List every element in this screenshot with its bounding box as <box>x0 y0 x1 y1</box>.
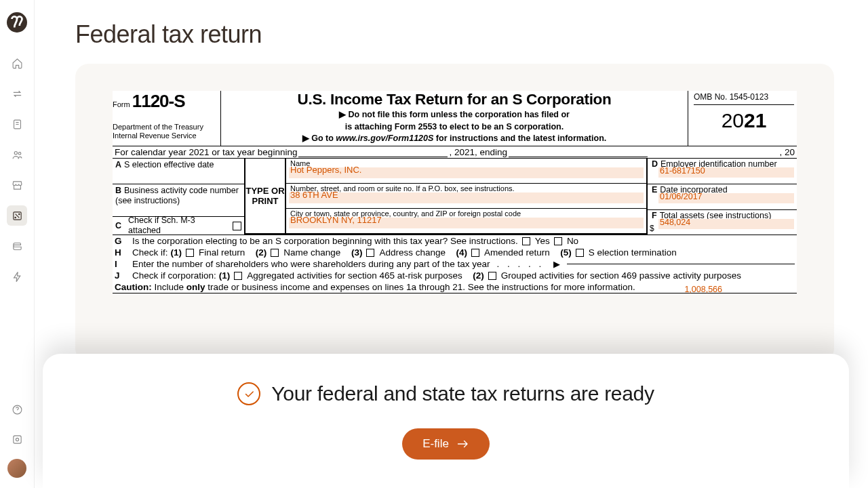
svg-point-1 <box>14 151 17 154</box>
form-row-b: BBusiness activity code number (see inst… <box>113 184 244 217</box>
form-number: 1120-S <box>132 91 185 111</box>
nav-receipts-icon[interactable] <box>7 114 27 134</box>
form-header-mid: U.S. Income Tax Return for an S Corporat… <box>221 91 688 146</box>
nav-settings-icon[interactable] <box>7 429 27 449</box>
sidebar <box>0 0 35 488</box>
form-row-c: CCheck if Sch. M-3 attached <box>113 217 244 235</box>
checkbox-h4[interactable] <box>471 249 479 257</box>
form-f-cell: FTotal assets (see instructions) $ 548,0… <box>648 210 797 235</box>
form-name-cell: Name Hot Peppers, INC. <box>286 159 646 184</box>
svg-rect-5 <box>13 435 20 443</box>
nav-bolt-icon[interactable] <box>7 266 27 287</box>
form-name-value: Hot Peppers, INC. <box>290 165 642 175</box>
form-overflow-value: 1,008,566 <box>684 285 722 294</box>
form-total-assets-value: 548,024 <box>660 218 801 227</box>
form-header: Form 1120-S Department of the Treasury I… <box>113 91 797 146</box>
form-col-abc: AS election effective date BBusiness act… <box>113 159 244 235</box>
nav-tax-icon[interactable] <box>7 205 27 226</box>
checkbox-j2[interactable] <box>488 272 496 280</box>
nav-home-icon[interactable] <box>7 53 27 73</box>
nav-people-icon[interactable] <box>7 144 27 165</box>
main-content: Federal tax return Form 1120-S Departmen… <box>35 0 868 362</box>
form-row-a: AS election effective date <box>113 159 244 184</box>
form-year: 2021 <box>694 109 794 132</box>
efile-button-label: E-file <box>422 437 449 451</box>
checkbox-h1[interactable] <box>186 249 194 257</box>
page-title: Federal tax return <box>75 20 834 49</box>
sidebar-bottom <box>7 399 27 478</box>
user-avatar[interactable] <box>7 459 26 478</box>
form-line-g: G Is the corporation electing to be an S… <box>113 235 797 247</box>
form-ein-value: 61-6817150 <box>660 166 801 176</box>
ready-row: Your federal and state tax returns are r… <box>237 382 654 405</box>
form-note-2: is attaching Form 2553 to elect to be an… <box>225 122 684 133</box>
form-date-inc-value: 01/06/2017 <box>660 192 801 201</box>
form-type-or-print: TYPE OR PRINT <box>244 159 286 235</box>
checkbox-j1[interactable] <box>234 272 242 280</box>
form-title: U.S. Income Tax Return for an S Corporat… <box>225 91 684 108</box>
form-dept: Department of the Treasury Internal Reve… <box>113 123 216 140</box>
form-label: Form <box>113 100 130 108</box>
form-line-h: H Check if: (1)Final return (2)Name chan… <box>113 247 797 258</box>
sidebar-nav <box>7 53 27 287</box>
irs-form-1120s: Form 1120-S Department of the Treasury I… <box>113 91 797 293</box>
form-city-value: BROOKLYN NY, 11217 <box>290 215 642 225</box>
form-lines: G Is the corporation electing to be an S… <box>113 235 797 293</box>
ready-text: Your federal and state tax returns are r… <box>271 382 654 405</box>
arrow-right-icon: ▶ <box>553 259 560 269</box>
form-col-name: Name Hot Peppers, INC. Number, street, a… <box>286 159 648 235</box>
svg-point-2 <box>18 152 21 155</box>
checkbox-h5[interactable] <box>576 249 584 257</box>
form-header-right: OMB No. 1545-0123 2021 <box>688 91 797 146</box>
form-line-j: J Check if corporation: (1)Aggregated ac… <box>113 270 797 281</box>
nav-store-icon[interactable] <box>7 175 27 195</box>
checkbox-sch-m3[interactable] <box>233 222 241 230</box>
nav-transfers-icon[interactable] <box>7 83 27 104</box>
form-note-1: ▶ Do not file this form unless the corpo… <box>225 110 684 121</box>
form-col-def: DEmployer identification number 61-68171… <box>648 159 797 235</box>
nav-help-icon[interactable] <box>7 399 27 420</box>
form-identity-grid: AS election effective date BBusiness act… <box>113 159 797 235</box>
efile-button[interactable]: E-file <box>402 428 490 460</box>
form-e-cell: EDate incorporated 01/06/2017 <box>648 184 797 210</box>
nav-wallet-icon[interactable] <box>7 236 27 256</box>
efile-panel: Your federal and state tax returns are r… <box>43 354 849 488</box>
checkbox-h3[interactable] <box>366 249 374 257</box>
form-street-value: 38 6TH AVE <box>290 190 642 200</box>
form-street-cell: Number, street, and room or suite no. If… <box>286 184 646 209</box>
check-circle-icon <box>237 382 260 405</box>
svg-point-6 <box>16 438 18 441</box>
form-header-left: Form 1120-S Department of the Treasury I… <box>113 91 221 146</box>
form-calendar-line: For calendar year 2021 or tax year begin… <box>113 146 797 159</box>
app-logo[interactable] <box>7 12 27 33</box>
form-container: Form 1120-S Department of the Treasury I… <box>75 64 834 362</box>
form-d-cell: DEmployer identification number 61-68171… <box>648 159 797 184</box>
checkbox-g-no[interactable] <box>554 237 562 245</box>
form-city-cell: City or town, state or province, country… <box>286 209 646 233</box>
arrow-right-icon <box>457 439 469 449</box>
form-note-3: ▶ Go to www.irs.gov/Form1120S for instru… <box>225 133 684 143</box>
form-line-i: I Enter the number of shareholders who w… <box>113 258 797 270</box>
checkbox-g-yes[interactable] <box>522 237 530 245</box>
form-omb: OMB No. 1545-0123 <box>694 92 794 105</box>
checkbox-h2[interactable] <box>271 249 279 257</box>
